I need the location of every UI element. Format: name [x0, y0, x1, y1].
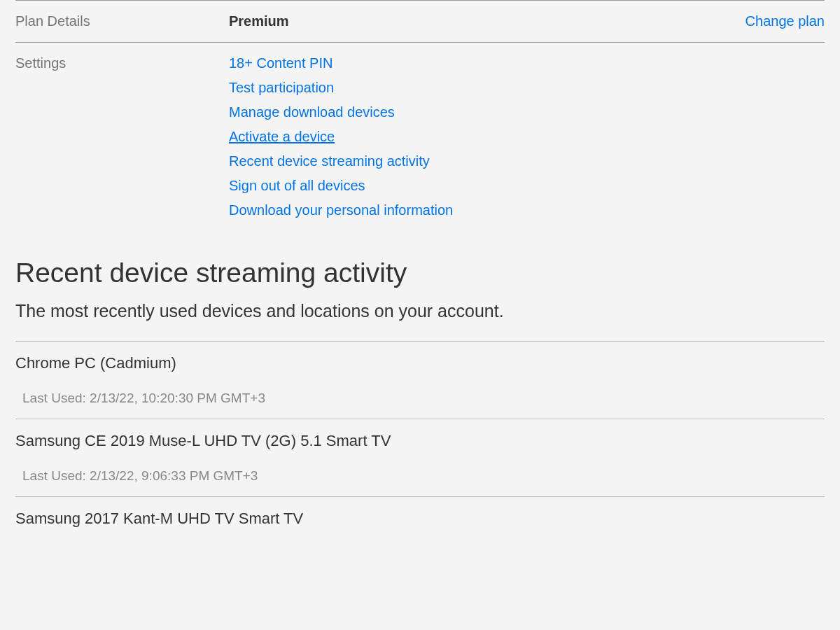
plan-details-row: Plan Details Premium Change plan [15, 0, 825, 42]
settings-link-activate-device[interactable]: Activate a device [229, 129, 453, 145]
settings-link-content-pin[interactable]: 18+ Content PIN [229, 55, 453, 71]
device-entry: Chrome PC (Cadmium) Last Used: 2/13/22, … [15, 341, 825, 419]
device-last-used: Last Used: 2/13/22, 10:20:30 PM GMT+3 [15, 391, 825, 406]
settings-link-test-participation[interactable]: Test participation [229, 80, 453, 96]
device-entry: Samsung 2017 Kant-M UHD TV Smart TV [15, 496, 825, 540]
settings-link-download-personal-info[interactable]: Download your personal information [229, 202, 453, 218]
activity-subheading: The most recently used devices and locat… [15, 301, 825, 321]
device-name: Samsung 2017 Kant-M UHD TV Smart TV [15, 510, 825, 528]
settings-row: Settings 18+ Content PIN Test participat… [15, 42, 825, 231]
settings-link-sign-out-all[interactable]: Sign out of all devices [229, 178, 453, 194]
settings-link-recent-device-streaming[interactable]: Recent device streaming activity [229, 153, 453, 169]
activity-section: Recent device streaming activity The mos… [15, 258, 825, 540]
plan-details-label: Plan Details [15, 13, 229, 29]
settings-label: Settings [15, 55, 229, 218]
activity-heading: Recent device streaming activity [15, 258, 825, 288]
device-name: Chrome PC (Cadmium) [15, 354, 825, 372]
settings-links-list: 18+ Content PIN Test participation Manag… [229, 55, 453, 218]
device-name: Samsung CE 2019 Muse-L UHD TV (2G) 5.1 S… [15, 432, 825, 450]
device-last-used: Last Used: 2/13/22, 9:06:33 PM GMT+3 [15, 468, 825, 484]
device-entry: Samsung CE 2019 Muse-L UHD TV (2G) 5.1 S… [15, 419, 825, 496]
change-plan-link[interactable]: Change plan [746, 13, 825, 29]
settings-link-manage-download-devices[interactable]: Manage download devices [229, 104, 453, 120]
plan-name: Premium [229, 13, 289, 29]
